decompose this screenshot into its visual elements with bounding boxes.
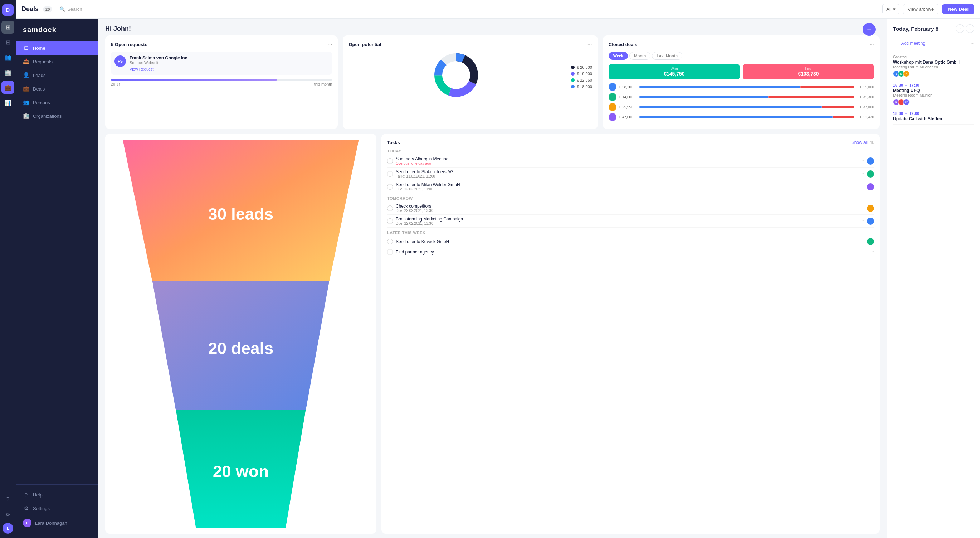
- task-checkbox[interactable]: [387, 218, 393, 224]
- request-item: FS Frank Salma von Google Inc. Source: W…: [111, 52, 332, 75]
- task-checkbox[interactable]: [387, 184, 393, 190]
- search-button[interactable]: 🔍 Search: [59, 6, 82, 12]
- more-icon[interactable]: ···: [971, 41, 974, 46]
- task-group-later: Later this week: [387, 231, 874, 235]
- sidebar-icon-chart[interactable]: 📊: [2, 96, 14, 109]
- nav-item-user[interactable]: L Lara Donnagan: [16, 515, 98, 531]
- event-sub-upq: Meeting Room Munich: [893, 93, 974, 97]
- nav-label-help: Help: [33, 492, 43, 498]
- event-title-workshop: Workshop mit Dana Optic GmbH: [893, 60, 974, 65]
- sidebar-logo[interactable]: D: [2, 4, 14, 16]
- task-checkbox[interactable]: [387, 205, 393, 211]
- task-checkbox[interactable]: [387, 171, 393, 177]
- page-title: Deals: [21, 5, 39, 13]
- add-meeting-button[interactable]: + + Add meeting ···: [893, 39, 974, 48]
- task-row: Send offer to Stakeholders AG Fällig: 11…: [387, 167, 874, 180]
- deals-icon: 💼: [23, 86, 29, 92]
- topbar: Deals 20 🔍 Search All ▾ View archive New…: [16, 0, 980, 19]
- task-assignee-avatar: [867, 183, 874, 190]
- dashboard-top-row: 5 Open requests ··· FS Frank Salma von G…: [105, 35, 880, 129]
- view-request-link[interactable]: View Request: [129, 67, 189, 71]
- organizations-icon: 🏢: [23, 113, 29, 119]
- show-all-button[interactable]: Show all: [851, 140, 868, 145]
- bar-row: € 47,000 € 12,430: [609, 113, 874, 121]
- sidebar-user-avatar[interactable]: L: [3, 523, 13, 534]
- request-source: Source: Webseite: [129, 60, 189, 65]
- closed-lost-total: Lost €103,730: [743, 64, 874, 80]
- tab-month[interactable]: Month: [629, 52, 651, 60]
- task-priority-icon: ↑: [862, 206, 864, 211]
- calendar-header: Today, February 8 ‹ ›: [893, 24, 974, 33]
- calendar-prev-button[interactable]: ‹: [956, 24, 964, 33]
- task-priority-icon: ↑: [862, 185, 864, 189]
- plus-button[interactable]: +: [863, 23, 875, 36]
- nav-item-requests[interactable]: 📥 Requests: [16, 55, 98, 68]
- svg-text:20 deals: 20 deals: [208, 339, 274, 358]
- sidebar-icon-org[interactable]: 🏢: [2, 66, 14, 79]
- event-sub-workshop: Meeting Raum Muenchen: [893, 65, 974, 69]
- view-archive-button[interactable]: View archive: [903, 4, 939, 14]
- request-progress: 20 ↓↑ this month: [111, 79, 332, 86]
- topbar-actions: All ▾ View archive New Deal: [882, 4, 974, 14]
- nav-item-settings[interactable]: ⚙ Settings: [16, 501, 98, 515]
- progress-fill: [111, 79, 277, 81]
- task-group-today: Today: [387, 149, 874, 153]
- sidebar-icon-help[interactable]: ?: [2, 493, 14, 506]
- dashboard-header-area: Hi John!: [98, 19, 887, 35]
- search-label[interactable]: Search: [67, 6, 82, 12]
- sidebar-icon-settings[interactable]: ⚙: [2, 508, 14, 521]
- closed-deals-tabs: Week Month Last Month: [609, 52, 874, 60]
- tasks-card: Tasks Show all ⇅ Today Summary Albergus …: [382, 134, 880, 534]
- samdock-logo-text: samdock: [23, 26, 57, 33]
- dashboard-bottom-row: 30 leads 20 deals 20 won: [105, 134, 880, 534]
- open-requests-title: 5 Open requests: [111, 42, 147, 47]
- calendar-nav: ‹ ›: [956, 24, 974, 33]
- help-icon: ?: [23, 492, 29, 498]
- calendar-event-steffen: 18:30 → 19:00 Update Call with Steffen: [893, 108, 974, 124]
- filter-dropdown[interactable]: All ▾: [882, 4, 899, 14]
- nav-item-deals[interactable]: 💼 Deals: [16, 82, 98, 96]
- samdock-logo: samdock: [16, 19, 98, 38]
- open-potential-title: Open potential: [348, 42, 381, 47]
- open-requests-menu[interactable]: ···: [328, 41, 332, 48]
- nav-item-leads[interactable]: 👤 Leads: [16, 68, 98, 82]
- funnel-card: 30 leads 20 deals 20 won: [105, 134, 376, 534]
- task-checkbox[interactable]: [387, 158, 393, 164]
- closed-deals-menu[interactable]: ···: [869, 41, 874, 48]
- bar-row: € 14,600 € 35,300: [609, 93, 874, 101]
- closed-deals-card: Closed deals ··· Week Month Last Month W…: [603, 35, 880, 129]
- new-deal-button[interactable]: New Deal: [942, 4, 974, 14]
- task-checkbox[interactable]: [387, 239, 393, 245]
- event-title-upq: Meeting UPQ: [893, 88, 974, 93]
- sidebar-icon-users[interactable]: 👥: [2, 51, 14, 64]
- settings-icon: ⚙: [23, 505, 29, 511]
- nav-item-home[interactable]: ⊞ Home: [16, 41, 98, 55]
- sidebar-icon-home[interactable]: ⊞: [2, 21, 14, 33]
- task-checkbox[interactable]: [387, 249, 393, 255]
- nav-item-organizations[interactable]: 🏢 Organizations: [16, 109, 98, 123]
- open-requests-card: 5 Open requests ··· FS Frank Salma von G…: [105, 35, 338, 129]
- lost-amount: €103,730: [748, 71, 869, 76]
- nav-label-organizations: Organizations: [33, 113, 62, 119]
- sort-icon[interactable]: ⇅: [870, 140, 874, 145]
- sidebar-icon-deals[interactable]: 💼: [2, 81, 14, 94]
- nav-item-help[interactable]: ? Help: [16, 488, 98, 501]
- task-assignee-avatar: [867, 218, 874, 225]
- task-priority-icon: ↑: [862, 219, 864, 224]
- funnel-won-svg: 20 won: [111, 410, 371, 528]
- tab-last-month[interactable]: Last Month: [652, 52, 682, 60]
- open-potential-card: Open potential ···: [343, 35, 598, 129]
- task-row: Brainstorming Marketing Campaign Due: 22…: [387, 215, 874, 228]
- nav-item-persons[interactable]: 👥 Persons: [16, 96, 98, 109]
- user-avatar: L: [23, 519, 32, 527]
- funnel-deals-svg: 20 deals: [111, 281, 371, 411]
- search-icon: 🔍: [59, 6, 65, 12]
- open-potential-menu[interactable]: ···: [587, 41, 592, 48]
- calendar-next-button[interactable]: ›: [966, 24, 974, 33]
- home-icon: ⊞: [23, 45, 29, 51]
- task-assignee-avatar: [867, 205, 874, 212]
- closed-won-total: Won €145,750: [609, 64, 740, 80]
- samdock-bottom-nav: ? Help ⚙ Settings L Lara Donnagan: [16, 484, 98, 538]
- sidebar-icon-grid[interactable]: ⊟: [2, 36, 14, 49]
- tab-week[interactable]: Week: [609, 52, 628, 60]
